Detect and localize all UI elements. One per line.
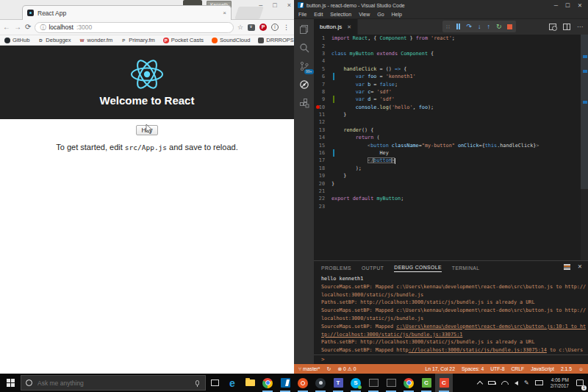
code-line-10[interactable]: 10 console.log('hello', foo);	[314, 104, 588, 111]
bookmark-primary-fm[interactable]: PPrimary.fm	[121, 37, 155, 43]
editor-scrollbar[interactable]	[581, 35, 588, 260]
action-center-button[interactable]: 1	[572, 374, 588, 392]
vscode-titlebar[interactable]: button.js - react-demo - Visual Studio C…	[294, 0, 588, 10]
code-line-1[interactable]: 1import React, { Component } from 'react…	[314, 35, 588, 42]
task-view-button[interactable]	[206, 374, 223, 392]
taskbar-app-camtasia-recorder[interactable]: C	[435, 374, 453, 392]
battery-icon[interactable]	[488, 381, 495, 385]
sync-icon[interactable]: ↻	[327, 366, 331, 372]
close-button[interactable]: ✕	[578, 2, 582, 9]
restart-button[interactable]: ↻	[496, 24, 502, 30]
code-line-4[interactable]: 4	[314, 57, 588, 65]
pen-icon[interactable]: ✎	[524, 379, 529, 386]
debug-console-input[interactable]: >	[314, 354, 588, 364]
status-utf-8[interactable]: UTF-8	[490, 366, 504, 371]
panel-tab-terminal[interactable]: TERMINAL	[452, 263, 480, 272]
taskbar-app-camtasia-studio[interactable]: C	[417, 374, 435, 392]
taskbar-app-teams[interactable]: T	[329, 374, 347, 392]
menu-view[interactable]: View	[359, 12, 370, 17]
page-info-icon[interactable]: ⓘ	[40, 24, 46, 32]
close-button[interactable]: ×	[287, 1, 291, 9]
code-line-20[interactable]: 20}	[314, 179, 588, 187]
source-control-icon[interactable]: 99+	[299, 61, 309, 71]
open-preview-icon[interactable]	[549, 24, 556, 30]
code-line-22[interactable]: 22export default myButton;	[314, 195, 588, 202]
code-line-13[interactable]: 13 render() {	[314, 126, 588, 134]
status-javascript[interactable]: JavaScript	[531, 366, 554, 371]
wifi-icon[interactable]	[501, 381, 509, 385]
bookmark-soundcloud[interactable]: SoundCloud	[212, 37, 250, 43]
taskbar-app-command-prompt[interactable]	[382, 374, 400, 392]
step-out-button[interactable]: ↑	[487, 24, 490, 30]
taskbar-app-vscode[interactable]	[276, 374, 294, 392]
panel-tab-output[interactable]: OUTPUT	[362, 263, 384, 272]
bookmark-drrrops[interactable]: DRRROPS	[258, 37, 294, 43]
code-line-6[interactable]: 6 var foo = 'kenneth1'	[314, 73, 588, 80]
code-editor[interactable]: 1import React, { Component } from 'react…	[314, 35, 588, 260]
start-button[interactable]	[0, 374, 21, 392]
bookmark-pocket-casts[interactable]: PPocket Casts	[163, 37, 204, 43]
close-panel-icon[interactable]: ✕	[578, 263, 582, 270]
code-line-19[interactable]: 19 }	[314, 172, 588, 179]
reload-icon[interactable]: ⟳	[25, 24, 31, 31]
menu-go[interactable]: Go	[377, 12, 384, 17]
status-2-1-5[interactable]: 2.1.5	[561, 366, 572, 371]
code-line-8[interactable]: 8 var c= 'sdf'	[314, 88, 588, 96]
chrome-menu-icon[interactable]: ⋮	[283, 24, 290, 31]
code-line-3[interactable]: 3class myButton extends Component {	[314, 50, 588, 57]
taskbar-app-file-explorer[interactable]	[241, 374, 259, 392]
step-over-button[interactable]: ↷	[466, 24, 472, 30]
code-line-5[interactable]: 5 handleClick = () => {	[314, 65, 588, 73]
taskbar-app-snipping-tool[interactable]	[365, 374, 382, 392]
code-line-17[interactable]: 17 </button>	[314, 157, 588, 164]
status-ln-17-col-22[interactable]: Ln 17, Col 22	[426, 366, 455, 371]
code-line-15[interactable]: 15 <button className="my-button" onClick…	[314, 141, 588, 149]
code-line-7[interactable]: 7 var b = false;	[314, 80, 588, 88]
code-line-23[interactable]: 23	[314, 203, 588, 210]
step-into-button[interactable]: ↓	[478, 24, 481, 30]
bookmark-debuggex[interactable]: DDebuggex	[37, 37, 71, 43]
tab-close-icon[interactable]: ×	[223, 10, 226, 16]
new-tab-button[interactable]	[234, 7, 264, 19]
status-crlf[interactable]: CRLF	[511, 366, 524, 371]
menu-help[interactable]: Help	[392, 12, 402, 17]
clear-console-icon[interactable]	[564, 264, 570, 270]
taskbar-app-ubuntu[interactable]	[294, 374, 312, 392]
taskbar-app-skype[interactable]: S	[347, 374, 365, 392]
tab-close-icon[interactable]: ✕	[347, 24, 351, 30]
panel-tab-debug-console[interactable]: DEBUG CONSOLE	[394, 263, 442, 272]
taskbar-app-github-desktop[interactable]	[312, 374, 329, 392]
pause-button[interactable]	[456, 24, 461, 29]
split-editor-icon[interactable]	[563, 24, 570, 30]
taskbar-app-edge[interactable]: e	[223, 374, 241, 392]
debug-console-output[interactable]: hello kenneth1SourceMaps.setBP: Mapped c…	[314, 274, 588, 354]
volume-icon[interactable]	[514, 381, 518, 385]
breakpoint-dot[interactable]	[316, 105, 320, 109]
panel-tab-problems[interactable]: PROBLEMS	[321, 263, 351, 272]
menu-selection[interactable]: Selection	[330, 12, 351, 17]
taskbar-clock[interactable]: 4:06 PM 2/7/2017	[548, 374, 572, 392]
debug-icon[interactable]	[299, 79, 309, 90]
code-line-16[interactable]: 16 Hey	[314, 149, 588, 157]
errors-item[interactable]: ⊗ 0 ⚠ 0	[337, 366, 356, 372]
maximize-button[interactable]: □	[273, 1, 276, 9]
taskbar-app-chrome[interactable]	[259, 374, 276, 392]
code-line-14[interactable]: 14 return (	[314, 134, 588, 141]
forward-icon[interactable]: →	[14, 24, 21, 31]
code-line-21[interactable]: 21	[314, 188, 588, 195]
search-icon[interactable]	[299, 43, 309, 53]
tray-chevron-icon[interactable]	[477, 381, 483, 387]
bookmark-github[interactable]: GitHub	[4, 37, 29, 43]
search-input[interactable]	[36, 379, 192, 388]
code-line-9[interactable]: 9 var d = 'sdf'	[314, 96, 588, 103]
git-branch-item[interactable]: ⑂ master*	[298, 366, 320, 371]
touch-keyboard-icon[interactable]	[535, 380, 543, 385]
explorer-icon[interactable]	[299, 24, 309, 35]
bookmark-star-icon[interactable]: ☆	[237, 24, 243, 31]
menu-file[interactable]: File	[298, 12, 306, 17]
maximize-button[interactable]: ☐	[565, 2, 570, 9]
extension-info-icon[interactable]: i	[271, 24, 279, 31]
status-spaces-4[interactable]: Spaces: 4	[462, 366, 484, 371]
pinterest-icon[interactable]: P	[259, 24, 267, 31]
code-line-18[interactable]: 18 );	[314, 165, 588, 172]
